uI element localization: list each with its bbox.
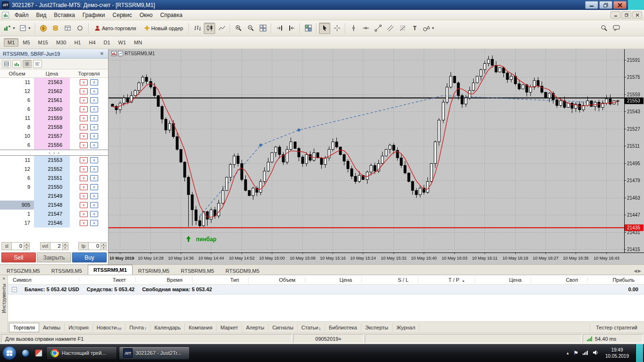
dom-sell-order-button[interactable]: ∨ xyxy=(80,211,88,217)
tab-почта[interactable]: Почта7 xyxy=(125,323,151,331)
dom-buy-order-button[interactable]: ∧ xyxy=(90,97,98,103)
dom-price-cell[interactable]: 21546 xyxy=(34,219,70,227)
dom-row-ask[interactable]: 1121559∨∧ xyxy=(0,114,108,123)
menu-окно[interactable]: Окно xyxy=(136,11,157,19)
tab-strategy-tester[interactable]: Тестер стратегий xyxy=(590,323,643,331)
tabs-scroll-right-button[interactable]: ▶ xyxy=(638,269,641,273)
dom-volume-cell[interactable]: 6 xyxy=(0,96,34,105)
timeframe-button-w1[interactable]: W1 xyxy=(115,38,130,47)
dom-row-bid[interactable]: 1221552∨∧ xyxy=(0,165,108,174)
chart-tab-rtssim9-m5[interactable]: RTSSiM9,M5 xyxy=(46,266,88,275)
tab-статьи[interactable]: Статьи1 xyxy=(298,323,325,331)
timeframe-button-m15[interactable]: M15 xyxy=(34,38,52,47)
tab-история[interactable]: История xyxy=(65,323,93,331)
action-center-flag-icon[interactable]: ⚑ xyxy=(573,350,578,356)
dom-buy-order-button[interactable]: ∧ xyxy=(90,166,98,172)
taskbar-task-terminal[interactable]: J2T 3021267 - Just2Tr... xyxy=(119,346,190,360)
candlestick-chart-button[interactable] xyxy=(204,23,215,34)
dom-chart-view-button[interactable] xyxy=(12,60,21,68)
dom-buy-order-button[interactable]: ∧ xyxy=(90,193,98,199)
tray-expand-icon[interactable]: ▲ xyxy=(566,351,569,355)
dom-sell-order-button[interactable]: ∨ xyxy=(80,79,88,85)
dom-volume-cell[interactable]: 9 xyxy=(0,183,34,192)
dom-buy-order-button[interactable]: ∧ xyxy=(90,115,98,121)
dom-volume-cell[interactable]: 6 xyxy=(0,174,34,183)
menu-файл[interactable]: Файл xyxy=(11,11,33,19)
vertical-line-button[interactable] xyxy=(348,23,359,34)
dom-sell-order-button[interactable]: ∨ xyxy=(80,142,88,148)
dom-price-cell[interactable]: 21548 xyxy=(34,201,70,210)
volume-input[interactable]: 2 xyxy=(50,242,63,250)
timeframe-button-h4[interactable]: H4 xyxy=(85,38,99,47)
chart-tab-rtsrim9-m5[interactable]: RTSRIM9,M5 xyxy=(133,266,175,275)
alerts-button[interactable] xyxy=(75,23,86,34)
tab-журнал[interactable]: Журнал xyxy=(393,323,419,331)
taskbar-task-browser[interactable]: Настоящий трей... xyxy=(46,346,117,360)
dom-price-cell[interactable]: 21552 xyxy=(34,165,70,174)
dom-price-cell[interactable]: 21562 xyxy=(34,87,70,96)
toolbox-close-button[interactable]: ✕ xyxy=(2,277,6,281)
timeframe-button-m5[interactable]: M5 xyxy=(19,38,33,47)
dom-price-cell[interactable]: 21561 xyxy=(34,96,70,105)
dom-buy-order-button[interactable]: ∧ xyxy=(90,175,98,181)
toolbox-column-7[interactable]: S / L xyxy=(361,277,418,283)
menu-графики[interactable]: Графики xyxy=(79,11,109,19)
dom-price-cell[interactable]: 21557 xyxy=(34,132,70,141)
toolbox-column-4[interactable]: Тип xyxy=(192,277,249,283)
dom-sell-order-button[interactable]: ∨ xyxy=(80,220,88,226)
dom-close-button[interactable]: ✕ xyxy=(99,51,105,56)
toolbox-column-6[interactable]: Цена xyxy=(305,277,361,283)
dom-row-ask[interactable]: 1221562∨∧ xyxy=(0,87,108,96)
dom-row-ask[interactable]: 1021557∨∧ xyxy=(0,132,108,141)
menu-справка[interactable]: Справка xyxy=(157,11,186,19)
buy-button[interactable]: Buy xyxy=(72,253,107,262)
data-window-button[interactable] xyxy=(62,23,74,34)
tp-stepper[interactable]: tp 0 ▲▼ xyxy=(78,242,107,250)
dom-spread-splitter[interactable]: ●●● xyxy=(0,150,108,156)
bar-chart-button[interactable] xyxy=(192,23,203,34)
dom-sell-order-button[interactable]: ∨ xyxy=(80,202,88,208)
search-button[interactable] xyxy=(598,23,610,34)
pinned-app-icon-2[interactable] xyxy=(33,347,44,359)
dom-row-bid[interactable]: 21549∨∧ xyxy=(0,192,108,201)
close-position-button[interactable]: Закрыть xyxy=(37,253,71,262)
dom-sell-order-button[interactable]: ∨ xyxy=(80,115,88,121)
toolbox-side-tab[interactable]: Инструменты xyxy=(1,284,7,313)
trendline-button[interactable] xyxy=(372,23,384,34)
toolbox-column-1[interactable]: Символ xyxy=(8,277,79,283)
cursor-button[interactable] xyxy=(319,23,330,34)
dom-sell-order-button[interactable]: ∨ xyxy=(80,106,88,112)
tp-spinner-arrows[interactable]: ▲▼ xyxy=(101,242,107,250)
dom-sell-order-button[interactable]: ∨ xyxy=(80,133,88,139)
zoom-out-button[interactable] xyxy=(245,23,256,34)
tab-алерты[interactable]: Алерты xyxy=(242,323,268,331)
dom-sell-order-button[interactable]: ∨ xyxy=(80,166,88,172)
tile-windows-button[interactable] xyxy=(257,23,268,34)
tab-торговля[interactable]: Торговля xyxy=(9,323,39,332)
dom-row-bid[interactable]: 90521548∨∧ xyxy=(0,201,108,210)
tab-эксперты[interactable]: Эксперты xyxy=(361,323,393,331)
timeframe-button-m30[interactable]: M30 xyxy=(52,38,70,47)
crosshair-button[interactable] xyxy=(331,23,343,34)
chat-button[interactable] xyxy=(611,23,622,34)
balance-row[interactable]: − Баланс: 5 053.42 USD Средства: 5 053.4… xyxy=(8,285,644,295)
dom-row-bid[interactable]: 621551∨∧ xyxy=(0,174,108,183)
dom-buy-order-button[interactable]: ∧ xyxy=(90,157,98,163)
auto-trading-button[interactable]: Авто-торговля xyxy=(91,23,140,34)
dom-row-bid[interactable]: 921550∨∧ xyxy=(0,183,108,192)
tab-сигналы[interactable]: Сигналы xyxy=(268,323,298,331)
price-chart-canvas[interactable] xyxy=(109,49,644,264)
fibonacci-button[interactable] xyxy=(397,23,408,34)
mdi-minimize-button[interactable] xyxy=(611,11,620,18)
new-order-button[interactable]: Новый ордер xyxy=(141,23,187,34)
show-desktop-button[interactable] xyxy=(636,344,643,362)
volume-spinner-arrows[interactable]: ▲▼ xyxy=(63,242,68,250)
dom-row-ask[interactable]: 621561∨∧ xyxy=(0,96,108,105)
dom-volume-cell[interactable] xyxy=(0,192,34,201)
line-chart-button[interactable] xyxy=(216,23,227,34)
dom-ladder-view-button[interactable] xyxy=(23,60,32,68)
dom-volume-cell[interactable]: 12 xyxy=(0,87,34,96)
dom-volume-cell[interactable]: 6 xyxy=(0,105,34,114)
sl-spinner-arrows[interactable]: ▲▼ xyxy=(24,242,30,250)
menu-вид[interactable]: Вид xyxy=(33,11,50,19)
